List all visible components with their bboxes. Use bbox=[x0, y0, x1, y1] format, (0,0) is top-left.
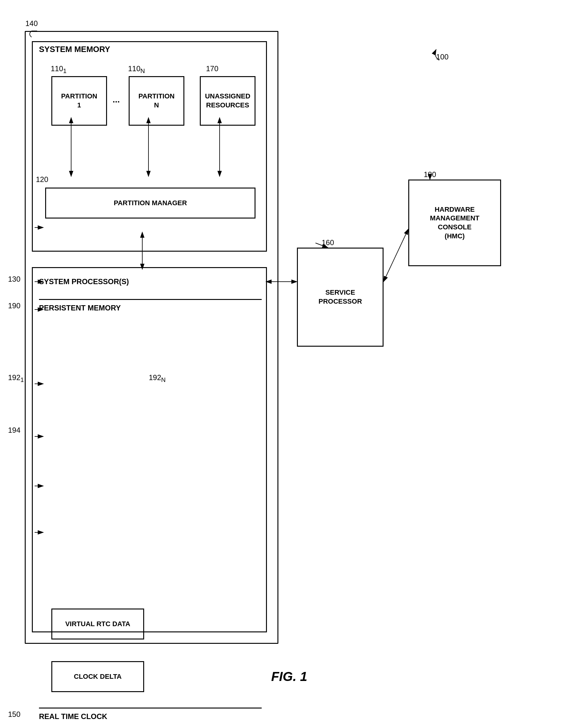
separator-1 bbox=[39, 299, 262, 300]
system-processor-label: SYSTEM PROCESSOR(S) bbox=[39, 277, 129, 286]
partitionN-label: PARTITIONN bbox=[139, 92, 175, 109]
ref-192-N: 192N bbox=[149, 373, 166, 383]
box-unassigned: UNASSIGNEDRESOURCES bbox=[200, 76, 256, 126]
partition1-label: PARTITION1 bbox=[61, 92, 97, 109]
ref-180: 180 bbox=[424, 170, 436, 179]
box-virtual-rtc: VIRTUAL RTC DATA bbox=[52, 608, 144, 639]
svg-line-9 bbox=[383, 229, 408, 282]
ref-192-1: 1921 bbox=[8, 373, 24, 383]
ref-170: 170 bbox=[206, 64, 218, 73]
persistent-memory-label: PERSISTENT MEMORY bbox=[39, 304, 121, 312]
real-time-clock-label: REAL TIME CLOCK bbox=[39, 712, 107, 721]
box-partition-manager: PARTITION MANAGER bbox=[45, 188, 256, 219]
unassigned-label: UNASSIGNEDRESOURCES bbox=[205, 92, 250, 109]
box-partitionN: PARTITIONN bbox=[129, 76, 184, 126]
ref-160: 160 bbox=[322, 238, 334, 247]
box-partition1: PARTITION1 bbox=[52, 76, 107, 126]
box-lower: SYSTEM PROCESSOR(S) PERSISTENT MEMORY VI… bbox=[32, 267, 267, 632]
ref-130: 130 bbox=[8, 275, 21, 284]
service-processor-label: SERVICEPROCESSOR bbox=[318, 288, 362, 306]
dots-separator: ... bbox=[112, 95, 120, 105]
ref-190: 190 bbox=[8, 302, 21, 310]
box-140: SYSTEM MEMORY PARTITION1 ... PARTITIONN … bbox=[25, 31, 278, 644]
ref-110-N: 110N bbox=[128, 64, 145, 74]
virtual-rtc-label: VIRTUAL RTC DATA bbox=[65, 620, 130, 629]
ref-120: 120 bbox=[36, 175, 48, 184]
system-memory-label: SYSTEM MEMORY bbox=[39, 44, 110, 54]
ref-100: 100 bbox=[436, 53, 448, 61]
box-service-processor: SERVICEPROCESSOR bbox=[297, 248, 383, 347]
box-hmc: HARDWAREMANAGEMENTCONSOLE(HMC) bbox=[408, 180, 501, 266]
fig-caption: FIG. 1 bbox=[271, 669, 307, 684]
partition-manager-label: PARTITION MANAGER bbox=[114, 199, 187, 208]
ref-194: 194 bbox=[8, 426, 21, 435]
box-system-memory: SYSTEM MEMORY PARTITION1 ... PARTITIONN … bbox=[32, 41, 267, 252]
clock-delta-label: CLOCK DELTA bbox=[74, 672, 122, 681]
ref-140: 140 bbox=[25, 19, 38, 28]
box-clock-delta: CLOCK DELTA bbox=[52, 661, 144, 692]
hmc-label: HARDWAREMANAGEMENTCONSOLE(HMC) bbox=[430, 205, 479, 241]
ref-110-1: 1101 bbox=[51, 64, 67, 74]
ref-150: 150 bbox=[8, 710, 21, 719]
separator-2 bbox=[39, 707, 262, 708]
